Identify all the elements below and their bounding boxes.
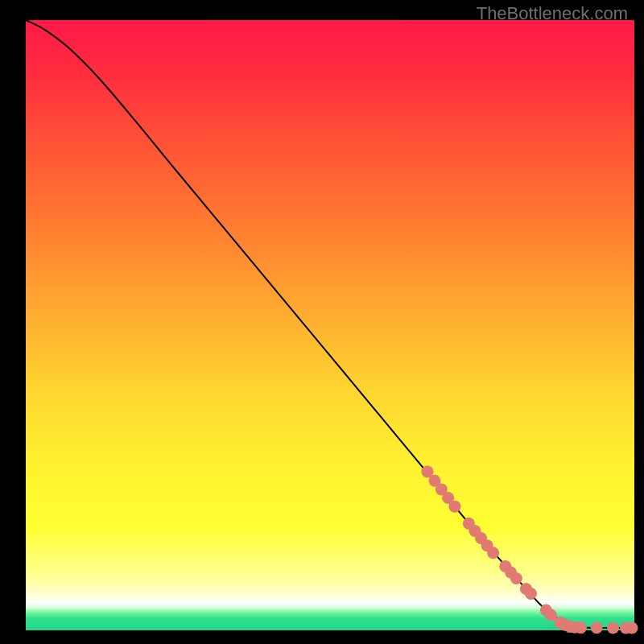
plot-background (26, 20, 634, 630)
watermark-text: TheBottleneck.com (477, 3, 628, 24)
data-marker (525, 588, 537, 600)
data-marker (448, 501, 460, 513)
data-marker (591, 621, 603, 634)
data-marker (487, 547, 499, 559)
data-marker (625, 621, 638, 634)
chart-svg (0, 0, 644, 644)
data-marker (510, 572, 522, 584)
data-marker (575, 621, 587, 634)
data-marker (607, 621, 619, 634)
